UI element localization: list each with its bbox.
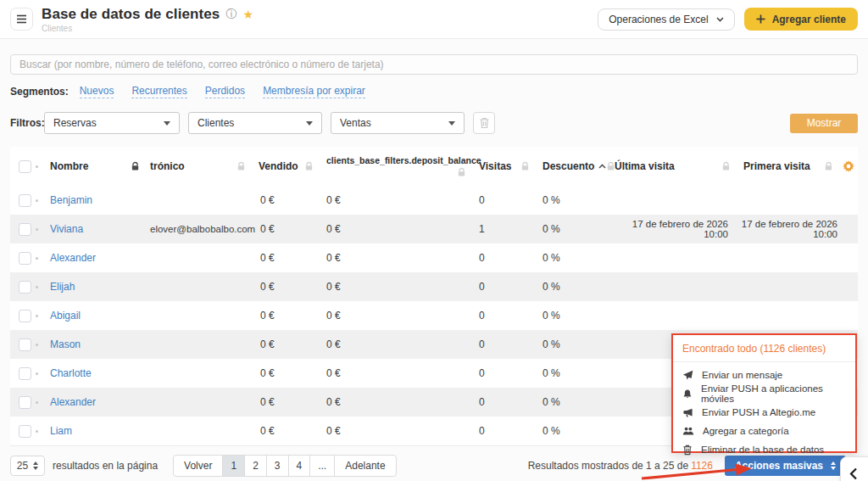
chevron-down-icon — [716, 17, 724, 22]
pagination-page-3[interactable]: 3 — [266, 455, 289, 477]
row-checkbox[interactable] — [19, 310, 31, 322]
bulk-actions-popup: Encontrado todo (1126 clientes) Enviar u… — [671, 333, 857, 453]
title-block: Base de datos de clientes ⓘ ★ Clientes — [42, 6, 253, 33]
client-name-link[interactable]: Abigail — [41, 310, 144, 322]
column-header-discount[interactable]: Descuento — [534, 160, 606, 172]
client-deposit: 0 € — [318, 194, 470, 206]
segment-membership-expiring[interactable]: Membresía por expirar — [263, 85, 365, 98]
filter-select-ventas[interactable]: Ventas — [331, 112, 465, 134]
client-name-link[interactable]: Viviana — [41, 223, 144, 235]
caret-down-icon — [448, 121, 455, 126]
pagination-page-4[interactable]: 4 — [288, 455, 311, 477]
column-header-visits[interactable]: Visitas — [470, 160, 534, 172]
filters-row: Filtros: Reservas Clientes Ventas Mostra… — [10, 112, 858, 134]
filter-select-clientes[interactable]: Clientes — [188, 112, 322, 134]
client-sold: 0 € — [250, 338, 318, 350]
show-button[interactable]: Mostrar — [790, 114, 858, 133]
filter-select-reservas[interactable]: Reservas — [44, 112, 180, 134]
results-summary: Resultados mostrados de 1 a 25 de1126 — [528, 460, 713, 472]
collapse-panel-tab[interactable] — [840, 456, 868, 481]
select-all-checkbox[interactable] — [19, 160, 31, 173]
paper-plane-icon — [682, 370, 693, 381]
filters-label: Filtros: — [10, 117, 44, 129]
client-discount: 0 % — [534, 223, 606, 235]
client-visits: 0 — [470, 367, 534, 379]
table-row: Alexander 0 € 0 € 0 0 % — [10, 243, 858, 272]
client-name-link[interactable]: Alexander — [41, 252, 144, 264]
hamburger-icon — [16, 14, 27, 24]
client-deposit: 0 € — [318, 223, 470, 235]
table-header-row: Nombre trónico Vendido clients_base_filt… — [10, 147, 858, 186]
popup-item-push-altegio[interactable]: Enviar PUSH a Altegio.me — [673, 403, 855, 422]
lock-icon — [457, 167, 466, 177]
caret-down-icon — [164, 121, 170, 126]
row-checkbox[interactable] — [19, 281, 31, 294]
client-name-link[interactable]: Liam — [41, 425, 144, 437]
client-sold: 0 € — [250, 223, 318, 235]
client-visits: 1 — [470, 223, 534, 235]
client-name-link[interactable]: Mason — [41, 338, 144, 350]
client-name-link[interactable]: Elijah — [41, 281, 144, 293]
popup-item-push-mobile[interactable]: Enviar PUSH a aplicaciones móviles — [673, 384, 855, 403]
segment-lost[interactable]: Perdidos — [205, 85, 245, 98]
column-header-first-visit[interactable]: Primera visita — [735, 160, 837, 172]
page-size-label: resultados en la página — [53, 460, 158, 472]
client-last-visit: 17 de febrero de 2026 10:00 — [606, 219, 735, 239]
favorite-star-icon[interactable]: ★ — [242, 8, 253, 20]
info-icon[interactable]: ⓘ — [225, 8, 236, 20]
row-checkbox[interactable] — [19, 367, 31, 380]
client-discount: 0 % — [534, 252, 606, 264]
client-email: elover@balbobalbo.com — [144, 224, 250, 234]
lock-icon — [304, 161, 314, 171]
client-name-link[interactable]: Benjamin — [41, 194, 144, 206]
popup-item-delete[interactable]: Eliminar de la base de datos — [673, 440, 855, 459]
client-sold: 0 € — [250, 367, 318, 379]
client-deposit: 0 € — [318, 396, 470, 408]
pagination-prev-button[interactable]: Volver — [173, 455, 223, 477]
chevron-left-icon — [849, 467, 858, 480]
segment-new[interactable]: Nuevos — [80, 85, 114, 98]
lock-icon — [520, 161, 530, 171]
add-client-button[interactable]: Agregar cliente — [744, 8, 858, 31]
page-title: Base de datos de clientes — [42, 6, 220, 23]
row-checkbox[interactable] — [19, 425, 31, 438]
client-discount: 0 % — [534, 194, 606, 206]
search-input[interactable] — [10, 54, 858, 75]
client-visits: 0 — [470, 194, 534, 206]
up-down-arrows-icon — [33, 461, 38, 470]
column-header-name[interactable]: Nombre — [41, 160, 144, 172]
row-checkbox[interactable] — [19, 194, 31, 207]
client-visits: 0 — [470, 310, 534, 322]
results-total: 1126 — [691, 460, 713, 472]
client-name-link[interactable]: Alexander — [41, 396, 144, 408]
client-deposit: 0 € — [318, 367, 470, 379]
trash-icon — [479, 117, 490, 129]
clear-filters-button[interactable] — [473, 112, 495, 134]
page-size-select[interactable]: 25 — [10, 456, 45, 476]
pagination-page-2[interactable]: 2 — [244, 455, 267, 477]
popup-item-send-message[interactable]: Enviar un mensaje — [673, 366, 855, 384]
client-name-link[interactable]: Charlotte — [41, 367, 144, 379]
column-header-sold[interactable]: Vendido — [250, 160, 318, 172]
segment-recurring[interactable]: Recurrentes — [131, 85, 186, 98]
row-checkbox[interactable] — [19, 396, 31, 409]
lock-icon — [236, 161, 246, 171]
client-deposit: 0 € — [318, 425, 470, 437]
pagination-next-button[interactable]: Adelante — [334, 455, 396, 477]
column-header-deposit[interactable]: clients_base_filters.deposit_balance — [318, 155, 470, 177]
column-header-last-visit[interactable]: Última visita — [606, 160, 735, 172]
pagination-page-1[interactable]: 1 — [222, 455, 245, 477]
popup-item-add-category[interactable]: Agregar a categoría — [673, 422, 855, 440]
menu-button[interactable] — [10, 8, 33, 31]
row-checkbox[interactable] — [19, 338, 31, 351]
row-checkbox[interactable] — [19, 252, 31, 265]
table-row: Abigail 0 € 0 € 0 0 % — [10, 301, 858, 330]
handle-dot-icon — [36, 228, 38, 231]
column-header-email[interactable]: trónico — [144, 160, 250, 172]
client-visits: 0 — [470, 281, 534, 293]
row-checkbox[interactable] — [19, 223, 31, 236]
column-settings-gear-icon[interactable] — [843, 160, 854, 172]
pagination-ellipsis[interactable]: ... — [309, 455, 335, 477]
plus-icon — [756, 14, 765, 24]
excel-operations-button[interactable]: Operaciones de Excel — [598, 8, 734, 31]
